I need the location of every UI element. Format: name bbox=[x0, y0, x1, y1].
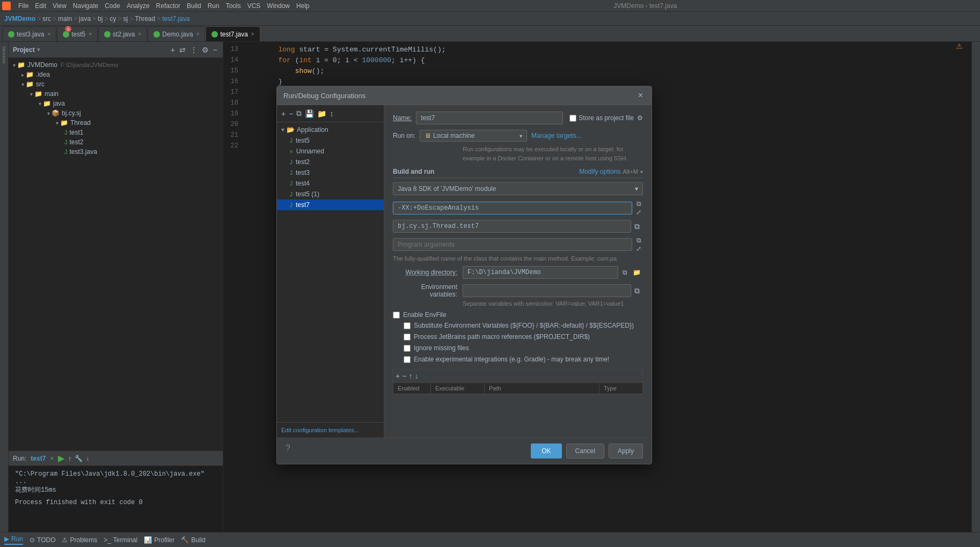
jvm-options-input[interactable] bbox=[393, 202, 632, 215]
tree-item-thread[interactable]: ▾ 📁 Thread bbox=[9, 118, 223, 128]
tree-item-idea[interactable]: ▸ 📁 .idea bbox=[9, 70, 223, 79]
tab-test3[interactable]: test3.java × bbox=[2, 26, 56, 41]
tree-item-test3java[interactable]: J test3.java bbox=[9, 147, 223, 157]
config-item-test3[interactable]: J test3 bbox=[277, 167, 384, 178]
panel-toolbar-minimize[interactable]: − bbox=[212, 45, 218, 55]
menu-build[interactable]: Build bbox=[184, 1, 204, 11]
panel-toolbar-add[interactable]: + bbox=[170, 45, 176, 55]
config-item-test5-1[interactable]: J test5 (1) bbox=[277, 189, 384, 199]
bottom-tab-build[interactable]: 🔨 Build bbox=[181, 536, 206, 544]
config-add-button[interactable]: + bbox=[281, 109, 286, 118]
edit-templates-link[interactable]: Edit configuration templates... bbox=[277, 422, 384, 438]
apply-button[interactable]: Apply bbox=[609, 443, 643, 459]
breadcrumb-java[interactable]: java bbox=[79, 15, 91, 23]
close-icon[interactable]: × bbox=[196, 31, 200, 37]
breadcrumb-cy[interactable]: cy bbox=[109, 15, 116, 23]
store-settings-icon[interactable]: ⚙ bbox=[637, 114, 643, 122]
bottom-tab-todo[interactable]: ⊙ TODO bbox=[30, 536, 55, 544]
cancel-button[interactable]: Cancel bbox=[566, 443, 604, 459]
config-save-button[interactable]: 💾 bbox=[305, 109, 314, 118]
dialog-close-button[interactable]: × bbox=[636, 91, 645, 100]
menu-window[interactable]: Window bbox=[264, 1, 293, 11]
config-item-test2[interactable]: J test2 bbox=[277, 157, 384, 167]
help-icon[interactable]: ? bbox=[286, 443, 290, 459]
config-folder-button[interactable]: 📁 bbox=[317, 109, 326, 118]
breadcrumb-bj[interactable]: bj bbox=[98, 15, 103, 23]
menu-refactor[interactable]: Refactor bbox=[153, 1, 184, 11]
panel-toolbar-settings[interactable]: ⚙ bbox=[201, 45, 210, 55]
breadcrumb-sj[interactable]: sj bbox=[123, 15, 128, 23]
breadcrumb-file[interactable]: test7.java bbox=[162, 15, 189, 23]
tree-item-java[interactable]: ▾ 📁 java bbox=[9, 99, 223, 108]
program-args-input[interactable] bbox=[393, 238, 632, 251]
menu-run[interactable]: Run bbox=[204, 1, 223, 11]
ignore-missing-checkbox[interactable] bbox=[404, 345, 411, 352]
env-file-down-button[interactable]: ↓ bbox=[414, 372, 418, 380]
enable-envfile-checkbox[interactable] bbox=[393, 312, 400, 319]
tree-item-test2[interactable]: J test2 bbox=[9, 137, 223, 147]
close-icon[interactable]: × bbox=[138, 31, 141, 37]
menu-vcs[interactable]: VCS bbox=[244, 1, 264, 11]
breadcrumb-project[interactable]: JVMDemo bbox=[4, 15, 35, 23]
breadcrumb-thread[interactable]: Thread bbox=[135, 15, 155, 23]
sdk-select[interactable]: Java 8 SDK of 'JVMDemo' module ▾ bbox=[393, 182, 643, 195]
bottom-tab-terminal[interactable]: >_ Terminal bbox=[104, 536, 137, 544]
down-button[interactable]: ↓ bbox=[86, 455, 89, 462]
menu-file[interactable]: File bbox=[15, 1, 32, 11]
main-class-input[interactable] bbox=[393, 220, 631, 233]
run-button[interactable]: ▶ bbox=[58, 453, 64, 463]
config-item-test5[interactable]: J test5 bbox=[277, 135, 384, 146]
tab-test5[interactable]: test5 S × bbox=[57, 26, 98, 41]
config-copy-button[interactable]: ⧉ bbox=[296, 109, 302, 118]
panel-toolbar-sync[interactable]: ⇄ bbox=[178, 45, 187, 55]
ok-button[interactable]: OK bbox=[531, 443, 561, 459]
tab-demo[interactable]: Demo.java × bbox=[148, 26, 205, 41]
bottom-tab-profiler[interactable]: 📊 Profiler bbox=[144, 536, 174, 544]
env-file-remove-button[interactable]: − bbox=[402, 372, 406, 380]
tree-item-test1[interactable]: J test1 bbox=[9, 128, 223, 137]
wrench-button[interactable]: 🔧 bbox=[75, 455, 83, 462]
menu-code[interactable]: Code bbox=[101, 1, 123, 11]
panel-toolbar-more[interactable]: ⋮ bbox=[189, 45, 199, 55]
menu-help[interactable]: Help bbox=[293, 1, 313, 11]
main-class-copy-button[interactable]: ⧉ bbox=[631, 221, 643, 232]
name-input[interactable] bbox=[416, 112, 563, 124]
program-args-expand-button[interactable]: ⤢ bbox=[634, 245, 643, 253]
config-item-unnamed[interactable]: ≡ Unnamed bbox=[277, 146, 384, 157]
program-args-copy-button[interactable]: ⧉ bbox=[634, 236, 643, 245]
jvm-copy-button[interactable]: ⧉ bbox=[634, 199, 643, 208]
tree-item-main[interactable]: ▾ 📁 main bbox=[9, 89, 223, 99]
substitute-env-vars-checkbox[interactable] bbox=[404, 322, 411, 329]
config-sort-button[interactable]: ↕ bbox=[330, 109, 333, 118]
menu-analyze[interactable]: Analyze bbox=[123, 1, 153, 11]
config-remove-button[interactable]: − bbox=[289, 109, 293, 118]
tree-item-jvmdemo[interactable]: ▾ 📁 JVMDemo F:\D\jianda\JVMDemo bbox=[9, 60, 223, 70]
breadcrumb-src[interactable]: src bbox=[42, 15, 51, 23]
tab-test7[interactable]: test7.java × bbox=[206, 26, 260, 41]
working-dir-copy-button[interactable]: ⧉ bbox=[620, 268, 630, 277]
menu-navigate[interactable]: Navigate bbox=[70, 1, 101, 11]
store-as-project-file-checkbox[interactable] bbox=[569, 115, 576, 122]
close-icon[interactable]: × bbox=[89, 31, 92, 37]
jvm-expand-button[interactable]: ⤢ bbox=[634, 208, 643, 217]
config-item-test7[interactable]: J test7 bbox=[277, 199, 384, 210]
tree-item-src[interactable]: ▾ 📁 src bbox=[9, 79, 223, 89]
experimental-checkbox[interactable] bbox=[404, 356, 411, 363]
close-icon[interactable]: × bbox=[47, 31, 50, 37]
config-group-application[interactable]: ▾ 📂 Application J test5 ≡ Unnamed J t bbox=[277, 124, 384, 210]
tab-st2[interactable]: st2.java × bbox=[98, 26, 147, 41]
menu-edit[interactable]: Edit bbox=[32, 1, 49, 11]
close-icon[interactable]: × bbox=[251, 31, 254, 37]
manage-targets-link[interactable]: Manage targets... bbox=[531, 132, 581, 139]
tree-item-bj-cy-sj[interactable]: ▾ 📦 bj.cy.sj bbox=[9, 108, 223, 118]
menu-view[interactable]: View bbox=[49, 1, 70, 11]
modify-options-link[interactable]: Modify options bbox=[579, 168, 620, 175]
breadcrumb-main[interactable]: main bbox=[58, 15, 72, 23]
up-button[interactable]: ↑ bbox=[68, 454, 71, 463]
working-dir-input[interactable] bbox=[463, 266, 618, 279]
menu-tools[interactable]: Tools bbox=[223, 1, 244, 11]
run-on-select[interactable]: 🖥 Local machine ▾ bbox=[420, 130, 527, 142]
config-item-test4[interactable]: J test4 bbox=[277, 178, 384, 189]
bottom-tab-run[interactable]: ▶ Run bbox=[4, 535, 23, 545]
jetbrains-macro-checkbox[interactable] bbox=[404, 334, 411, 341]
